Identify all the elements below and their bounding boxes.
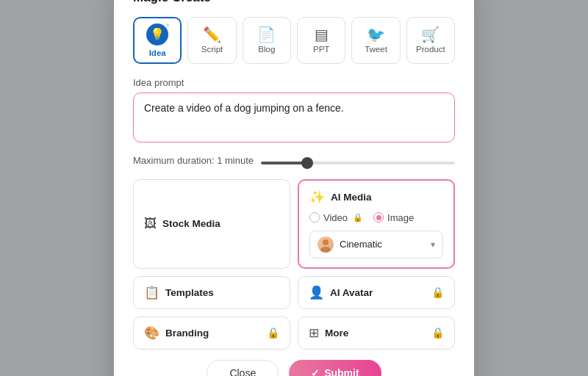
branding-lock-icon: 🔒 — [267, 327, 279, 339]
tab-idea[interactable]: 💡 Idea — [133, 17, 182, 64]
modal-title: Magic Create — [133, 0, 455, 5]
duration-slider[interactable] — [261, 162, 455, 164]
templates-label: Templates — [165, 287, 279, 298]
tab-blog-label: Blog — [258, 45, 275, 54]
submit-button[interactable]: ✓ Submit — [289, 360, 381, 377]
check-icon: ✓ — [311, 367, 320, 377]
tab-script[interactable]: ✏️ Script — [187, 17, 236, 64]
video-lock-icon: 🔒 — [353, 213, 363, 223]
tabs-row: 💡 Idea ✏️ Script 📄 Blog ▤ PPT 🐦 Tweet 🛒 … — [133, 17, 455, 64]
tab-tweet[interactable]: 🐦 Tweet — [351, 17, 400, 64]
submit-label: Submit — [324, 367, 359, 377]
tab-blog[interactable]: 📄 Blog — [243, 17, 291, 64]
ai-media-card: ✨ AI Media Video 🔒 Image Cinematic — [298, 179, 455, 269]
slider-wrap — [261, 154, 455, 167]
tab-ppt[interactable]: ▤ PPT — [297, 17, 345, 64]
media-grid: 🖼 Stock Media ✨ AI Media Video 🔒 Image — [133, 179, 455, 269]
ai-avatar-card[interactable]: 👤 AI Avatar 🔒 — [298, 276, 455, 309]
tab-product[interactable]: 🛒 Product — [406, 17, 455, 64]
branding-card[interactable]: 🎨 Branding 🔒 — [133, 317, 290, 350]
svg-point-1 — [320, 247, 331, 253]
video-label: Video — [323, 212, 348, 223]
idea-icon: 💡 — [146, 24, 168, 46]
templates-icon: 📋 — [144, 285, 159, 300]
stock-media-card[interactable]: 🖼 Stock Media — [133, 179, 290, 269]
magic-create-modal: Magic Create 💡 Idea ✏️ Script 📄 Blog ▤ P… — [114, 0, 474, 376]
ai-media-header: ✨ AI Media — [309, 189, 443, 205]
duration-row: Maximum duration: 1 minute — [133, 154, 455, 167]
radio-row: Video 🔒 Image — [309, 212, 443, 223]
image-label: Image — [387, 212, 414, 223]
radio-image[interactable]: Image — [373, 212, 414, 223]
tab-idea-label: Idea — [149, 48, 166, 57]
svg-point-0 — [323, 239, 329, 245]
duration-label: Maximum duration: 1 minute — [133, 155, 254, 166]
radio-video[interactable]: Video 🔒 — [309, 212, 363, 223]
tweet-icon: 🐦 — [367, 27, 385, 42]
ai-media-icon: ✨ — [309, 189, 325, 205]
ai-avatar-lock-icon: 🔒 — [431, 286, 444, 298]
chevron-down-icon: ▾ — [431, 239, 435, 250]
tab-tweet-label: Tweet — [365, 45, 387, 54]
prompt-label: Idea prompt — [133, 77, 455, 88]
style-select[interactable]: Cinematic ▾ — [309, 231, 443, 258]
stock-media-label: Stock Media — [162, 218, 220, 229]
bottom-grid: 📋 Templates 👤 AI Avatar 🔒 🎨 Branding 🔒 ⊞… — [133, 276, 455, 350]
tab-script-label: Script — [201, 45, 223, 54]
more-card[interactable]: ⊞ More 🔒 — [298, 317, 455, 350]
tab-ppt-label: PPT — [313, 45, 329, 54]
style-avatar — [318, 236, 334, 253]
style-label: Cinematic — [340, 239, 425, 250]
script-icon: ✏️ — [203, 27, 221, 42]
ppt-icon: ▤ — [315, 27, 329, 42]
ai-avatar-label: AI Avatar — [330, 287, 426, 298]
ai-avatar-icon: 👤 — [309, 285, 324, 300]
more-lock-icon: 🔒 — [431, 327, 444, 339]
video-radio-circle — [309, 212, 320, 223]
tab-product-label: Product — [416, 45, 445, 54]
product-icon: 🛒 — [421, 27, 440, 42]
branding-icon: 🎨 — [144, 325, 159, 341]
prompt-textarea[interactable] — [133, 93, 455, 142]
more-icon: ⊞ — [309, 325, 319, 341]
ai-media-label: AI Media — [331, 192, 372, 203]
templates-card[interactable]: 📋 Templates — [133, 276, 290, 309]
footer-row: Close ✓ Submit — [133, 360, 455, 377]
stock-media-icon: 🖼 — [144, 217, 157, 231]
branding-label: Branding — [165, 328, 261, 339]
more-label: More — [325, 328, 426, 339]
blog-icon: 📄 — [257, 27, 276, 42]
close-button[interactable]: Close — [207, 360, 279, 377]
image-radio-circle — [373, 212, 384, 223]
